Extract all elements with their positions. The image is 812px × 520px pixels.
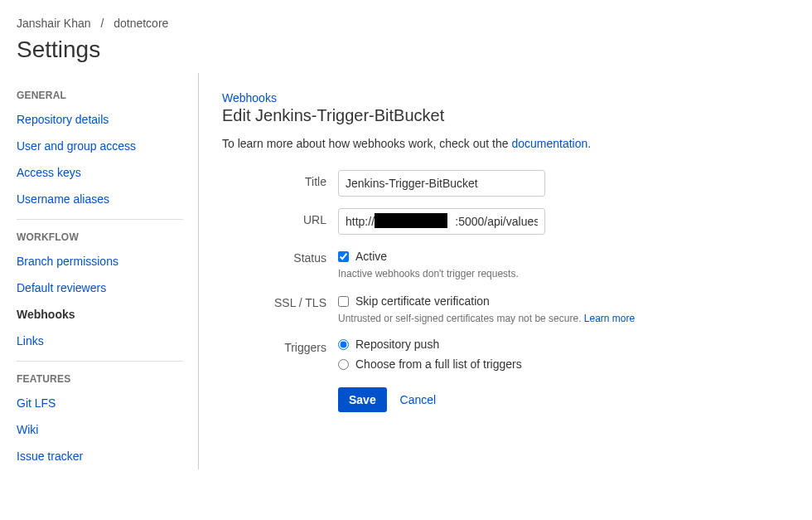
trigger-full-label[interactable]: Choose from a full list of triggers <box>355 357 522 371</box>
sidebar-item-issue-tracker[interactable]: Issue tracker <box>17 443 183 469</box>
title-label: Title <box>222 170 338 188</box>
ssl-help-text: Untrusted or self-signed certificates ma… <box>338 313 795 324</box>
divider <box>17 361 183 362</box>
divider <box>17 219 183 220</box>
ssl-learn-more-link[interactable]: Learn more <box>584 313 635 324</box>
learn-more-text: To learn more about how webhooks work, c… <box>222 137 795 150</box>
cancel-button[interactable]: Cancel <box>400 393 437 406</box>
trigger-push-radio[interactable] <box>338 339 349 350</box>
status-label: Status <box>222 246 338 265</box>
ssl-label: SSL / TLS <box>222 291 338 309</box>
section-header-features: FEATURES <box>17 373 183 385</box>
ssl-skip-label[interactable]: Skip certificate verification <box>355 294 490 308</box>
form-title: Edit Jenkins-Trigger-BitBucket <box>222 106 795 125</box>
breadcrumb-repo[interactable]: dotnetcore <box>114 17 168 30</box>
section-header-workflow: WORKFLOW <box>17 231 183 243</box>
breadcrumb-separator: / <box>100 17 104 30</box>
url-label: URL <box>222 208 338 226</box>
redacted-block <box>375 213 447 228</box>
title-input[interactable] <box>338 170 545 197</box>
ssl-skip-checkbox[interactable] <box>338 296 349 307</box>
trigger-full-radio[interactable] <box>338 359 349 370</box>
active-checkbox[interactable] <box>338 251 349 262</box>
breadcrumb: Janshair Khan / dotnetcore <box>17 17 795 30</box>
sidebar-item-access-keys[interactable]: Access keys <box>17 159 183 186</box>
webhooks-breadcrumb-link[interactable]: Webhooks <box>222 91 277 104</box>
documentation-link[interactable]: documentation <box>511 137 587 150</box>
page-title: Settings <box>17 36 795 63</box>
sidebar-item-default-reviewers[interactable]: Default reviewers <box>17 275 183 301</box>
sidebar-item-username-aliases[interactable]: Username aliases <box>17 186 183 212</box>
trigger-push-label[interactable]: Repository push <box>355 338 439 351</box>
sidebar-item-links[interactable]: Links <box>17 328 183 354</box>
sidebar-item-user-group-access[interactable]: User and group access <box>17 133 183 159</box>
save-button[interactable]: Save <box>338 387 387 412</box>
triggers-label: Triggers <box>222 336 338 354</box>
breadcrumb-owner[interactable]: Janshair Khan <box>17 17 91 30</box>
main-content: Webhooks Edit Jenkins-Trigger-BitBucket … <box>199 73 795 469</box>
sidebar-item-repository-details[interactable]: Repository details <box>17 106 183 133</box>
active-label[interactable]: Active <box>355 250 387 263</box>
sidebar-item-branch-permissions[interactable]: Branch permissions <box>17 248 183 275</box>
sidebar-item-wiki[interactable]: Wiki <box>17 416 183 443</box>
active-help-text: Inactive webhooks don't trigger requests… <box>338 268 795 279</box>
sidebar-item-git-lfs[interactable]: Git LFS <box>17 390 183 416</box>
sidebar-item-webhooks[interactable]: Webhooks <box>17 301 183 328</box>
sidebar: GENERAL Repository details User and grou… <box>17 73 199 469</box>
section-header-general: GENERAL <box>17 90 183 101</box>
